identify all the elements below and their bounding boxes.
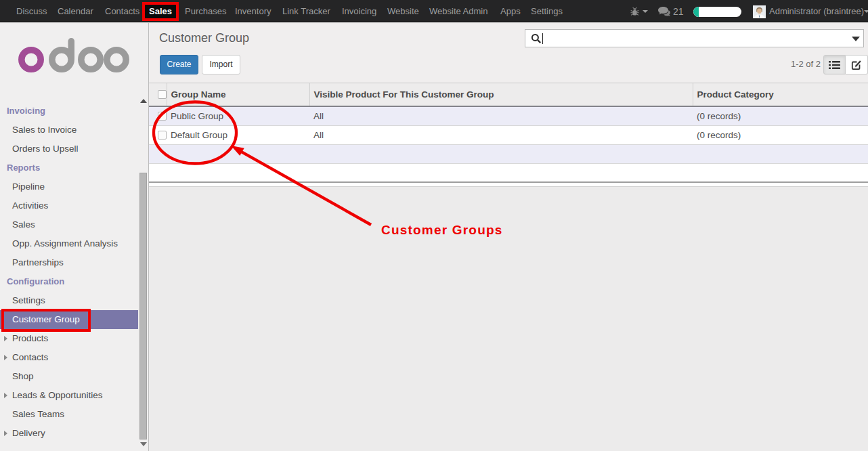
search-input[interactable]	[525, 29, 864, 47]
menu-item-partnerships[interactable]: Partnerships	[0, 253, 138, 272]
chat-bubbles-icon[interactable]	[657, 7, 670, 19]
empty-cell	[167, 144, 309, 163]
menu-item-pipeline[interactable]: Pipeline	[0, 177, 138, 196]
control-panel: Customer Group Create Import 1-2 of 2	[149, 23, 868, 83]
import-button[interactable]: Import	[202, 55, 240, 74]
nav-item-apps[interactable]: Apps	[495, 5, 526, 18]
empty-cell	[149, 144, 167, 163]
nav-item-invoicing[interactable]: Invoicing	[337, 5, 382, 18]
cell-visible-product[interactable]: All	[309, 106, 693, 125]
sidebar-scrollbar-thumb[interactable]	[139, 173, 147, 439]
table-header-row: Group Name Visible Product For This Cust…	[149, 83, 868, 106]
table-row[interactable]: Public Group All (0 records)	[149, 106, 868, 125]
view-switcher	[823, 55, 868, 74]
row-checkbox[interactable]	[158, 112, 167, 121]
cell-group-name[interactable]: Public Group	[167, 106, 309, 125]
nav-item-contacts[interactable]: Contacts	[100, 5, 145, 18]
menu-item-orders-to-upsell[interactable]: Orders to Upsell	[0, 139, 138, 158]
expand-caret-icon	[4, 393, 7, 398]
search-icon	[531, 33, 542, 47]
empty-cell	[309, 163, 693, 182]
list-view-button[interactable]	[823, 55, 846, 74]
debug-caret-down-icon[interactable]	[643, 10, 648, 13]
sidebar: Invoicing Sales to Invoice Orders to Ups…	[0, 23, 149, 451]
menu-section-configuration: Configuration	[0, 272, 138, 291]
sidebar-scroll-up-icon[interactable]	[140, 99, 147, 103]
nav-item-website[interactable]: Website	[382, 5, 425, 18]
search-dropdown-caret-icon[interactable]	[852, 37, 860, 41]
menu-item-delivery[interactable]: Delivery	[0, 424, 138, 443]
nav-item-inventory[interactable]: Inventory	[230, 5, 276, 18]
menu-item-leads-opportunities[interactable]: Leads & Opportunities	[0, 386, 138, 405]
cell-visible-product[interactable]: All	[309, 125, 693, 144]
menu-item-label: Contacts	[12, 352, 48, 362]
menu-section-reports: Reports	[0, 158, 138, 177]
empty-row	[149, 144, 868, 163]
nav-item-purchases[interactable]: Purchases	[179, 5, 232, 18]
nav-item-calendar[interactable]: Calendar	[52, 5, 99, 18]
column-header-product-category[interactable]: Product Category	[693, 83, 868, 106]
text-cursor	[542, 33, 543, 44]
progress-pill[interactable]	[693, 7, 741, 17]
create-button[interactable]: Create	[160, 55, 198, 74]
menu-item-sales-to-invoice[interactable]: Sales to Invoice	[0, 121, 138, 139]
main-content: Customer Group Create Import 1-2 of 2	[149, 23, 868, 451]
menu-item-settings[interactable]: Settings	[0, 291, 138, 310]
menu-item-sales[interactable]: Sales	[0, 215, 138, 234]
menu-item-activities[interactable]: Activities	[0, 196, 138, 215]
menu-item-label: Products	[12, 333, 48, 343]
cell-product-category[interactable]: (0 records)	[693, 125, 868, 144]
bug-icon[interactable]	[630, 7, 639, 19]
empty-row	[149, 163, 868, 182]
avatar[interactable]	[753, 5, 766, 21]
user-caret-down-icon[interactable]	[864, 10, 868, 13]
empty-cell	[309, 144, 693, 163]
row-checkbox[interactable]	[158, 131, 167, 139]
list-panel: Group Name Visible Product For This Cust…	[149, 83, 868, 187]
nav-item-link-tracker[interactable]: Link Tracker	[277, 5, 336, 18]
message-count-badge[interactable]: 21	[673, 6, 684, 17]
expand-caret-icon	[4, 336, 7, 341]
menu-item-contacts[interactable]: Contacts	[0, 348, 138, 367]
menu-item-products[interactable]: Products	[0, 329, 138, 348]
nav-item-settings[interactable]: Settings	[525, 5, 568, 18]
column-header-visible-product[interactable]: Visible Product For This Customer Group	[309, 83, 693, 106]
expand-caret-icon	[4, 431, 7, 436]
form-view-button[interactable]	[846, 55, 868, 74]
menu-item-opp-assignment-analysis[interactable]: Opp. Assignment Analysis	[0, 234, 138, 253]
page-title: Customer Group	[159, 31, 249, 45]
empty-cell	[167, 163, 309, 182]
nav-item-discuss[interactable]: Discuss	[11, 5, 53, 18]
column-header-group-name[interactable]: Group Name	[167, 83, 309, 106]
menu-item-customer-group[interactable]: Customer Group	[0, 310, 138, 329]
user-menu[interactable]: Administrator (braintree)	[769, 6, 864, 16]
expand-caret-icon	[4, 355, 7, 360]
menu-item-label: Leads & Opportunities	[12, 390, 103, 400]
pager: 1-2 of 2	[791, 59, 821, 69]
odoo-logo	[16, 35, 133, 80]
empty-cell	[149, 163, 167, 182]
records-table: Group Name Visible Product For This Cust…	[149, 83, 868, 183]
menu-item-sales-teams[interactable]: Sales Teams	[0, 405, 138, 424]
nav-item-sales[interactable]: Sales	[145, 5, 176, 18]
cell-group-name[interactable]: Default Group	[167, 125, 309, 144]
menu-item-label: Delivery	[12, 428, 45, 438]
row-select-cell	[149, 106, 167, 125]
select-all-cell	[149, 83, 167, 106]
table-row[interactable]: Default Group All (0 records)	[149, 125, 868, 144]
top-navbar: Discuss Calendar Contacts Sales Purchase…	[0, 0, 868, 22]
progress-fill	[693, 7, 699, 17]
row-select-cell	[149, 125, 167, 144]
select-all-checkbox[interactable]	[158, 90, 167, 99]
sidebar-menu: Invoicing Sales to Invoice Orders to Ups…	[0, 102, 138, 443]
sidebar-scroll-down-icon[interactable]	[140, 442, 147, 446]
menu-section-invoicing: Invoicing	[0, 102, 138, 121]
cell-product-category[interactable]: (0 records)	[693, 106, 868, 125]
nav-item-website-admin[interactable]: Website Admin	[424, 5, 493, 18]
empty-cell	[693, 163, 868, 182]
empty-cell	[693, 144, 868, 163]
menu-item-shop[interactable]: Shop	[0, 367, 138, 386]
